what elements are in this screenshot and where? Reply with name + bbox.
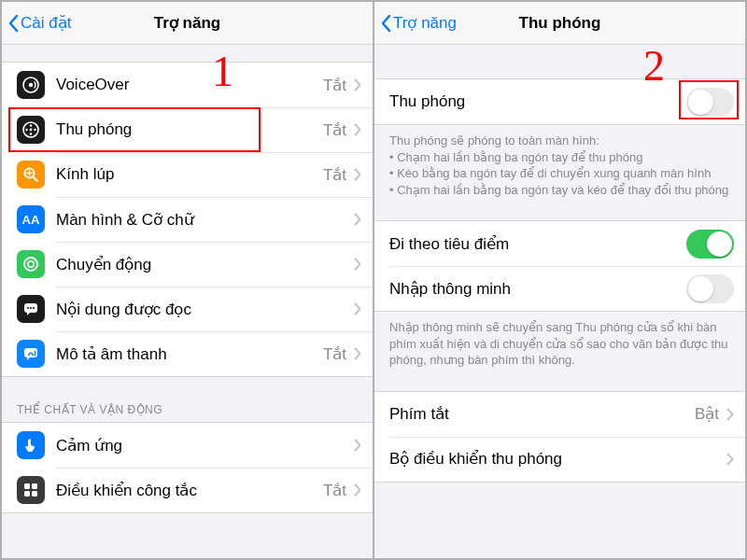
svg-line-9 xyxy=(34,177,38,182)
pane-zoom: Trợ năng Thu phóng Thu phóng Thu phóng s… xyxy=(373,2,745,558)
touch-icon xyxy=(17,431,45,459)
chevron-right-icon xyxy=(354,213,361,226)
page-title: Trợ năng xyxy=(154,13,220,33)
pane-accessibility: Cài đặt Trợ năng VoiceOver Tắt xyxy=(2,2,373,558)
page-title: Thu phóng xyxy=(519,14,601,33)
row-label: Nội dung được đọc xyxy=(56,300,346,319)
row-zoom[interactable]: Thu phóng Tắt xyxy=(2,107,373,152)
row-detail: Tắt xyxy=(323,165,346,185)
chevron-right-icon xyxy=(354,258,361,271)
row-label: Mô tả âm thanh xyxy=(56,344,317,364)
row-label: Thu phóng xyxy=(56,120,317,139)
smart-typing-toggle[interactable] xyxy=(686,274,734,303)
zoom-toggle-group: Thu phóng xyxy=(374,78,745,125)
switch-control-icon xyxy=(17,476,45,504)
svg-rect-22 xyxy=(24,483,30,489)
row-label: Màn hình & Cỡ chữ xyxy=(56,210,346,230)
spoken-content-icon xyxy=(17,295,45,323)
svg-point-5 xyxy=(25,129,27,131)
svg-rect-23 xyxy=(32,483,37,489)
zoom-toggle[interactable] xyxy=(686,88,734,117)
chevron-right-icon xyxy=(354,439,361,452)
svg-rect-24 xyxy=(24,491,30,497)
physical-group: Cảm ứng Điều khiển công tắc Tắt xyxy=(2,422,373,513)
row-label: Cảm ứng xyxy=(56,436,346,455)
row-label: Phím tắt xyxy=(389,404,689,424)
row-label: Chuyển động xyxy=(56,255,346,274)
chevron-right-icon xyxy=(354,78,361,91)
chevron-right-icon xyxy=(726,453,734,466)
svg-text:AA: AA xyxy=(22,213,40,227)
motion-icon xyxy=(17,250,45,278)
svg-point-6 xyxy=(34,129,35,131)
svg-point-7 xyxy=(30,129,33,132)
chevron-right-icon xyxy=(354,347,361,360)
zoom-desc-bullet: • Chạm hai lần bằng ba ngón tay và kéo đ… xyxy=(389,182,730,199)
chevron-right-icon xyxy=(354,302,361,315)
row-detail: Bật xyxy=(695,404,719,424)
row-voiceover[interactable]: VoiceOver Tắt xyxy=(2,63,373,107)
section-header-physical: THỂ CHẤT VÀ VẬN ĐỘNG xyxy=(2,377,373,422)
chevron-right-icon xyxy=(726,408,734,421)
row-zoom-controller[interactable]: Bộ điều khiển thu phóng xyxy=(374,437,745,482)
navbar-left: Cài đặt Trợ năng xyxy=(2,2,373,45)
row-detail: Tắt xyxy=(323,120,346,140)
back-label: Trợ năng xyxy=(393,13,457,33)
row-display-text[interactable]: AA Màn hình & Cỡ chữ xyxy=(2,197,373,242)
follow-focus-toggle[interactable] xyxy=(686,230,734,259)
audio-descriptions-icon xyxy=(17,340,45,368)
zoom-description: Thu phóng sẽ phóng to toàn màn hình: • C… xyxy=(374,125,745,207)
row-spoken-content[interactable]: Nội dung được đọc xyxy=(2,287,373,331)
row-magnifier[interactable]: Kính lúp Tắt xyxy=(2,152,373,197)
row-label: Kính lúp xyxy=(56,165,317,184)
content-left: VoiceOver Tắt Thu phóng Tắt xyxy=(2,45,373,558)
row-keyboard-shortcuts[interactable]: Phím tắt Bật xyxy=(374,392,745,437)
row-detail: Tắt xyxy=(323,344,346,364)
row-zoom-toggle[interactable]: Thu phóng xyxy=(374,79,745,124)
row-detail: Tắt xyxy=(323,481,346,500)
options-group: Phím tắt Bật Bộ điều khiển thu phóng xyxy=(374,391,745,483)
row-switch-control[interactable]: Điều khiển công tắc Tắt xyxy=(2,468,373,512)
zoom-desc-bullet: • Kéo bằng ba ngón tay để di chuyển xung… xyxy=(389,165,730,182)
voiceover-icon xyxy=(17,71,45,99)
focus-group: Đi theo tiêu điểm Nhập thông minh xyxy=(374,220,745,312)
back-label: Cài đặt xyxy=(21,13,71,33)
svg-point-19 xyxy=(33,307,35,309)
svg-rect-25 xyxy=(32,491,37,497)
row-label: Nhập thông minh xyxy=(389,279,686,299)
row-label: Thu phóng xyxy=(389,92,686,111)
svg-point-17 xyxy=(27,307,29,309)
back-button[interactable]: Cài đặt xyxy=(7,2,71,44)
row-follow-focus[interactable]: Đi theo tiêu điểm xyxy=(374,221,745,266)
row-label: VoiceOver xyxy=(56,76,317,94)
chevron-right-icon xyxy=(354,483,361,497)
smart-typing-description: Nhập thông minh sẽ chuyển sang Thu phóng… xyxy=(374,312,745,378)
navbar-right: Trợ năng Thu phóng xyxy=(374,2,745,45)
zoom-desc-title: Thu phóng sẽ phóng to toàn màn hình: xyxy=(389,133,599,147)
display-text-icon: AA xyxy=(17,205,45,233)
chevron-right-icon xyxy=(354,168,361,181)
row-label: Điều khiển công tắc xyxy=(56,481,317,500)
svg-point-4 xyxy=(30,133,32,134)
svg-point-3 xyxy=(30,124,32,126)
svg-point-1 xyxy=(29,83,33,87)
content-right: Thu phóng Thu phóng sẽ phóng to toàn màn… xyxy=(374,45,745,558)
chevron-left-icon xyxy=(380,14,391,33)
vision-group: VoiceOver Tắt Thu phóng Tắt xyxy=(2,62,373,377)
back-button[interactable]: Trợ năng xyxy=(380,2,457,44)
svg-point-14 xyxy=(28,261,34,267)
zoom-icon xyxy=(17,116,45,144)
row-touch[interactable]: Cảm ứng xyxy=(2,423,373,468)
row-detail: Tắt xyxy=(323,76,346,95)
row-audio-descriptions[interactable]: Mô tả âm thanh Tắt xyxy=(2,331,373,376)
row-label: Bộ điều khiển thu phóng xyxy=(389,449,719,469)
svg-point-18 xyxy=(30,307,32,309)
row-label: Đi theo tiêu điểm xyxy=(389,234,686,254)
magnifier-icon xyxy=(17,161,45,189)
row-motion[interactable]: Chuyển động xyxy=(2,242,373,287)
chevron-right-icon xyxy=(354,123,361,136)
row-smart-typing[interactable]: Nhập thông minh xyxy=(374,266,745,311)
svg-point-13 xyxy=(24,258,37,271)
zoom-desc-bullet: • Chạm hai lần bằng ba ngón tay để thu p… xyxy=(389,149,730,166)
chevron-left-icon xyxy=(7,14,19,33)
